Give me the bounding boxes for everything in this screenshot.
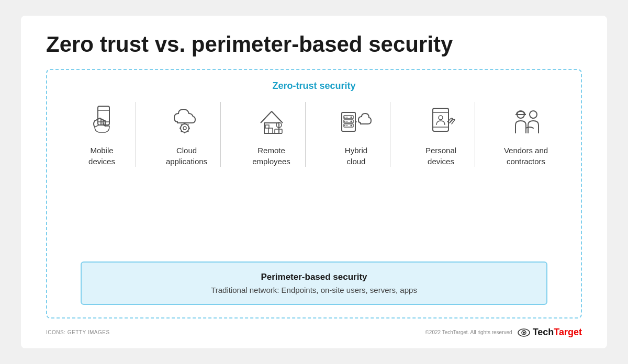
svg-point-31 (344, 125, 345, 126)
zero-trust-section: Zero-trust security Mobiledevices (46, 69, 582, 318)
hybrid-cloud-icon (338, 102, 375, 140)
icon-item-remote-employees: Remoteemployees (238, 102, 306, 167)
icon-item-cloud-applications: Cloudapplications (153, 102, 221, 167)
footer-brand: ©2022 TechTarget. All rights reserved Te… (425, 327, 582, 338)
footer: Icons: Getty Images ©2022 TechTarget. Al… (46, 325, 582, 338)
icon-item-mobile-devices: Mobiledevices (68, 102, 136, 167)
icons-row: Mobiledevices (60, 102, 568, 249)
svg-point-29 (344, 121, 345, 122)
personal-devices-icon (422, 102, 460, 140)
perimeter-section: Perimeter-based security Traditional net… (81, 261, 547, 305)
svg-point-26 (350, 125, 352, 127)
footer-credit: Icons: Getty Images (46, 329, 110, 335)
vendors-contractors-label: Vendors andcontractors (504, 145, 548, 167)
remote-employees-label: Remoteemployees (252, 145, 290, 167)
perimeter-description: Traditional network: Endpoints, on-site … (94, 286, 534, 294)
mobile-devices-label: Mobiledevices (88, 145, 115, 167)
svg-rect-15 (268, 128, 273, 133)
svg-point-5 (183, 127, 186, 130)
footer-copyright: ©2022 TechTarget. All rights reserved (425, 329, 512, 335)
perimeter-title: Perimeter-based security (94, 272, 534, 282)
icon-item-personal-devices: Personaldevices (407, 102, 475, 167)
icon-item-vendors-contractors: Vendors andcontractors (492, 102, 560, 167)
main-card: Zero trust vs. perimeter-based security … (21, 16, 607, 348)
svg-point-24 (350, 117, 352, 118)
cloud-applications-icon (168, 102, 206, 140)
zero-trust-heading: Zero-trust security (60, 81, 568, 92)
cloud-applications-label: Cloudapplications (166, 145, 207, 167)
mobile-device-icon (83, 102, 121, 140)
hybrid-cloud-label: Hybridcloud (345, 145, 367, 167)
svg-point-43 (523, 332, 525, 334)
svg-rect-16 (265, 125, 269, 128)
icon-item-hybrid-cloud: Hybridcloud (322, 102, 390, 167)
svg-point-30 (346, 121, 347, 122)
personal-devices-label: Personaldevices (425, 145, 456, 167)
remote-employees-icon (253, 102, 290, 140)
techtarget-eye-icon (518, 328, 530, 337)
svg-point-37 (439, 116, 443, 120)
page-title: Zero trust vs. perimeter-based security (46, 32, 582, 56)
techtarget-logo: TechTarget (518, 327, 582, 338)
svg-point-28 (346, 117, 347, 118)
svg-point-40 (530, 111, 537, 118)
svg-point-27 (344, 117, 345, 118)
svg-point-32 (346, 125, 347, 126)
svg-point-25 (350, 121, 352, 122)
vendors-contractors-icon (507, 102, 545, 140)
